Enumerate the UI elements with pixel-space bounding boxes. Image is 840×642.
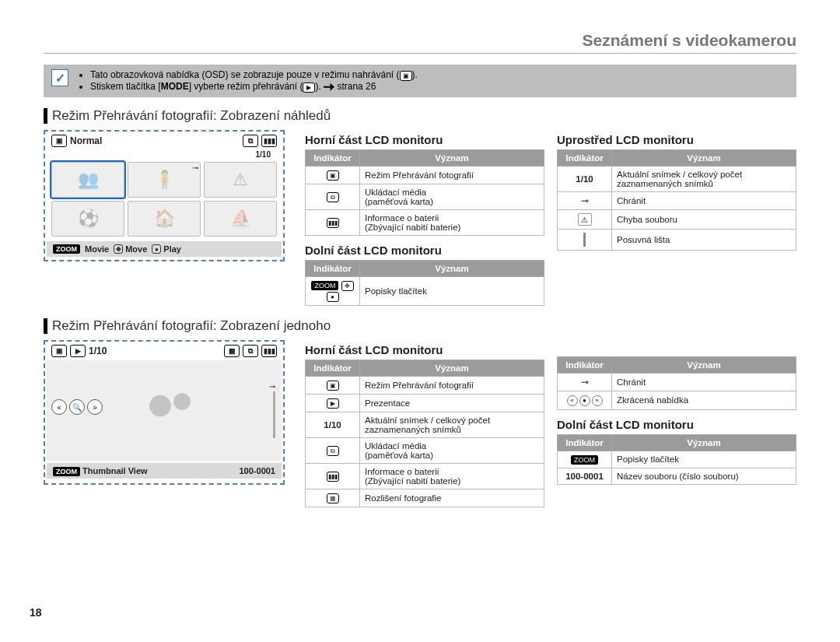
dpad-icon: ✥	[341, 281, 354, 291]
table-top-lcd-2: IndikátorVýznam ▣Režim Přehrávání fotogr…	[305, 360, 544, 507]
subhead-top-lcd: Horní část LCD monitoru	[305, 133, 544, 146]
slideshow-icon: ▶	[327, 398, 339, 409]
card-icon: ⧉	[327, 446, 339, 456]
subhead-bottom-lcd-2: Dolní část LCD monitoru	[557, 418, 796, 431]
movie-hint: Movie	[85, 244, 109, 254]
next-icon[interactable]: »	[87, 399, 103, 415]
photo-play-icon: ▣	[51, 345, 67, 357]
thumb-cell[interactable]: 🏠	[128, 201, 201, 237]
card-icon: ⧉	[243, 135, 258, 147]
scrollbar-icon	[273, 391, 275, 438]
info-line-1: Tato obrazovková nabídka (OSD) se zobraz…	[90, 69, 418, 81]
card-icon: ⧉	[327, 192, 339, 202]
slideshow-icon: ▶	[70, 345, 86, 357]
lcd2-counter: 1/10	[89, 346, 107, 356]
section-heading-thumbnail: Režim Přehrávání fotografií: Zobrazení n…	[44, 108, 796, 124]
resolution-icon: ▦	[327, 493, 339, 503]
card-icon: ⧉	[243, 345, 258, 357]
lcd-counter: 1/10	[45, 150, 283, 159]
zoom-chip-icon: ZOOM	[571, 455, 598, 465]
thumb-cell[interactable]: 👥	[51, 162, 124, 198]
resolution-icon: ▦	[224, 345, 240, 357]
arrow-ref-icon	[324, 83, 334, 91]
thumb-cell[interactable]: ⚽	[51, 201, 124, 237]
move-hint: ✥Move	[114, 244, 147, 254]
lcd-single-preview: ▣ ▶ 1/10 ▦ ⧉ ▮▮▮ « 🔍 »	[44, 340, 285, 485]
table-right-2a: IndikátorVýznam ⊸Chránit « ● » Zkrácená …	[557, 356, 796, 410]
photo-mode-icon: ▣	[400, 71, 412, 81]
check-icon: ✓	[51, 69, 68, 86]
subhead-mid-lcd: Uprostřed LCD monitoru	[557, 133, 796, 146]
table-top-lcd-1: IndikátorVýznam ▣Režim Přehrávání fotogr…	[305, 149, 544, 236]
thumb-cell[interactable]: ⚠	[204, 162, 277, 198]
info-line-2: Stiskem tlačítka [MODE] vyberte režim př…	[90, 81, 418, 93]
battery-icon: ▮▮▮	[261, 345, 277, 357]
thumb-cell[interactable]: ⛵	[204, 201, 277, 237]
prev-icon: «	[567, 395, 578, 406]
protect-icon: ⊸	[581, 377, 589, 388]
photo-play-icon: ▣	[327, 170, 339, 181]
table-bottom-lcd-1: IndikátorVýznam ZOOM ✥ ●Popisky tlačítek	[305, 260, 544, 306]
thumb-cell[interactable]: 🧍⊸	[128, 162, 201, 198]
page-title: Seznámení s videokamerou	[44, 31, 796, 54]
menu-icon: ●	[579, 395, 590, 406]
playback-controls[interactable]: « 🔍 »	[51, 399, 103, 415]
info-box: ✓ Tato obrazovková nabídka (OSD) se zobr…	[44, 65, 796, 97]
page-number: 18	[30, 606, 42, 619]
table-right-2b: IndikátorVýznam ZOOMPopisky tlačítek 100…	[557, 434, 796, 485]
prev-icon[interactable]: «	[51, 399, 67, 415]
ok-icon: ●	[327, 292, 339, 302]
lcd-thumbnail-preview: ▣ Normal ⧉ ▮▮▮ 1/10 👥 🧍⊸ ⚠ ⚽ 🏠 ⛵	[44, 130, 285, 261]
photo-play-icon: ▣	[327, 381, 339, 391]
protect-icon: ⊸	[269, 382, 275, 391]
zoom-icon[interactable]: 🔍	[69, 399, 85, 415]
table-mid-lcd-1: IndikátorVýznam 1/10Aktuální snímek / ce…	[557, 149, 796, 251]
lcd-normal-label: Normal	[70, 135, 102, 146]
scrollbar-icon	[583, 233, 586, 247]
zoom-chip: ZOOM	[53, 244, 80, 254]
zoom-chip: ZOOM	[53, 467, 80, 476]
zoom-chip-icon: ZOOM	[311, 281, 338, 290]
play-hint: ●Play	[152, 244, 181, 254]
thumbnail-view-hint: Thumbnail View	[82, 466, 148, 475]
play-mode-icon: ▶	[303, 82, 315, 93]
file-number: 100-0001	[240, 466, 276, 475]
subhead-top-lcd-2: Horní část LCD monitoru	[305, 343, 544, 356]
subhead-bottom-lcd: Dolní část LCD monitoru	[305, 244, 544, 257]
battery-icon: ▮▮▮	[327, 472, 339, 482]
battery-icon: ▮▮▮	[327, 218, 339, 228]
protect-icon: ⊸	[581, 195, 589, 206]
warning-icon: ⚠	[578, 213, 592, 226]
battery-icon: ▮▮▮	[261, 135, 277, 147]
section-heading-single: Režim Přehrávání fotografií: Zobrazení j…	[44, 318, 796, 334]
next-icon: »	[592, 395, 603, 406]
photo-play-icon: ▣	[51, 135, 67, 147]
